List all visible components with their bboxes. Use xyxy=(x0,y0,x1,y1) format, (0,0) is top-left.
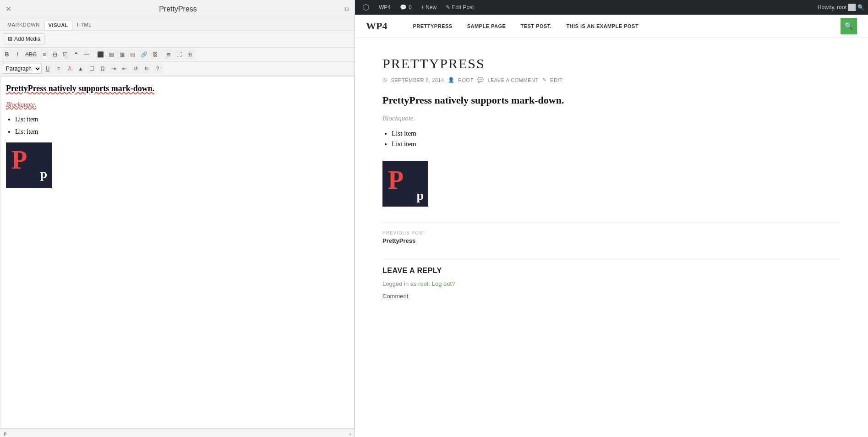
nav-search-button[interactable]: 🔍 xyxy=(841,18,857,34)
toolbar-row1: B I ABC ≡ ⊟ ☑ ❝ — ⬛ ▦ ▥ ▤ 🔗 ⛓ ≣ ⛶ ⊞ xyxy=(0,48,355,62)
logged-in-text: Logged in as root. Log out? xyxy=(382,280,841,287)
close-icon[interactable]: ✕ xyxy=(5,5,11,13)
strikethrough-button[interactable]: ABC xyxy=(23,49,39,60)
justify-button[interactable]: ▤ xyxy=(128,49,138,60)
comment-icon: 💬 xyxy=(400,4,407,11)
align-right-button[interactable]: ▥ xyxy=(117,49,127,60)
leave-comment-link[interactable]: LEAVE A COMMENT xyxy=(487,77,538,83)
justify-full-button[interactable]: ≡ xyxy=(54,63,64,74)
post-list: List item List item xyxy=(392,130,841,148)
edit-post-link[interactable]: EDIT xyxy=(550,77,562,83)
editor-tabs: MARKDOWN VISUAL HTML xyxy=(0,18,355,31)
hr-button[interactable]: — xyxy=(82,49,92,60)
unlink-button[interactable]: ⛓ xyxy=(150,49,160,60)
blockquote-button[interactable]: ❝ xyxy=(71,49,81,60)
special-char-button[interactable]: Ω xyxy=(98,63,108,74)
admin-edit-post[interactable]: ✎ Edit Post xyxy=(442,2,477,12)
username-link[interactable]: root xyxy=(418,280,428,287)
admin-new[interactable]: + New xyxy=(417,2,440,12)
fullscreen-button[interactable]: ⛶ xyxy=(174,49,184,60)
editor-heading: PrettyPress natively supports mark-down. xyxy=(6,82,349,95)
tab-visual[interactable]: VISUAL xyxy=(44,20,72,30)
author-icon: 👤 xyxy=(448,77,455,83)
wp-admin-bar: ⬡ WP4 💬 0 + New ✎ Edit Post Howdy, root … xyxy=(355,0,868,15)
editor-list: List item List item xyxy=(15,115,349,137)
ordered-list-button[interactable]: ⊟ xyxy=(50,49,60,60)
redo-button[interactable]: ↻ xyxy=(142,63,152,74)
nav-link-prettypress[interactable]: PRETTYPRESS xyxy=(405,23,459,29)
underline-button[interactable]: U xyxy=(43,63,53,74)
preview-pp-small: p xyxy=(416,188,424,203)
editor-blockquote: Blockquote. xyxy=(6,100,349,110)
toolbar-separator-2 xyxy=(162,50,162,59)
post-date: SEPTEMBER 8, 2014 xyxy=(391,77,444,83)
nav-link-sample[interactable]: SAMPLE PAGE xyxy=(460,23,513,29)
italic-button[interactable]: I xyxy=(12,49,22,60)
insert-button[interactable]: ≣ xyxy=(164,49,174,60)
paste-text-button[interactable]: ☐ xyxy=(87,63,97,74)
comment-icon-meta: 💬 xyxy=(477,77,484,83)
toolbar-row2: Paragraph U ≡ A ▲ ☐ Ω ⇥ ⇤ ↺ ↻ ? xyxy=(0,62,355,76)
undo-button[interactable]: ↺ xyxy=(131,63,141,74)
expand-icon[interactable]: ⧉ xyxy=(344,5,349,13)
tab-html[interactable]: HTML xyxy=(73,20,95,30)
task-list-button[interactable]: ☑ xyxy=(60,49,71,60)
pp-logo-small-p: p xyxy=(40,164,47,185)
wordpress-icon: ⬡ xyxy=(362,2,370,12)
logout-link[interactable]: Log out? xyxy=(432,280,455,287)
previous-post-link[interactable]: PrettyPress xyxy=(382,237,415,244)
indent-button[interactable]: ⇥ xyxy=(109,63,119,74)
format-select[interactable]: Paragraph xyxy=(2,64,42,74)
pp-logo-big-p: P xyxy=(11,147,27,173)
admin-site-label: WP4 xyxy=(379,4,391,11)
editor-pp-logo: P p xyxy=(6,142,52,188)
search-icon[interactable]: 🔍 xyxy=(857,4,864,11)
comment-label: Comment xyxy=(382,293,408,300)
align-center-button[interactable]: ▦ xyxy=(107,49,117,60)
editor-panel: ✕ PrettyPress ⧉ MARKDOWN VISUAL HTML ⊞ A… xyxy=(0,0,355,437)
admin-comments[interactable]: 💬 0 xyxy=(396,2,415,12)
admin-bar-right: Howdy, root 🔍 xyxy=(818,4,864,11)
preview-pp-big: P xyxy=(388,165,404,195)
status-tag: p xyxy=(4,431,6,436)
user-avatar xyxy=(848,4,856,11)
outdent-button[interactable]: ⇤ xyxy=(120,63,130,74)
resize-handle[interactable]: ⌟ xyxy=(349,430,351,436)
link-button[interactable]: 🔗 xyxy=(138,49,150,60)
help-button[interactable]: ? xyxy=(153,63,163,74)
comment-count: 0 xyxy=(409,4,412,11)
list-item-1: List item xyxy=(15,115,349,125)
bold-button[interactable]: B xyxy=(2,49,12,60)
paste-button[interactable]: ▲ xyxy=(76,63,86,74)
align-left-button[interactable]: ⬛ xyxy=(95,49,106,60)
nav-links: PRETTYPRESS SAMPLE PAGE TEST POST. THIS … xyxy=(405,23,646,29)
tab-markdown[interactable]: MARKDOWN xyxy=(4,20,44,30)
post-list-item-1: List item xyxy=(392,130,841,137)
post-title: PRETTYPRESS xyxy=(382,56,841,71)
toolbar-separator-1 xyxy=(93,50,93,59)
unordered-list-button[interactable]: ≡ xyxy=(39,49,49,60)
admin-site-name[interactable]: WP4 xyxy=(375,2,394,12)
list-item-2: List item xyxy=(15,127,349,137)
post-author[interactable]: ROOT xyxy=(458,77,474,83)
date-icon: ◷ xyxy=(382,77,388,83)
post-body-heading: PrettyPress natively supports mark-down. xyxy=(382,94,841,107)
editor-content-area[interactable]: PrettyPress natively supports mark-down.… xyxy=(0,76,355,429)
add-media-button[interactable]: ⊞ Add Media xyxy=(4,33,44,44)
editor-title: PrettyPress xyxy=(159,5,197,13)
add-media-icon: ⊞ xyxy=(8,36,12,42)
text-color-button[interactable]: A xyxy=(65,63,75,74)
site-title[interactable]: WP4 xyxy=(366,20,387,32)
search-icon: 🔍 xyxy=(844,22,853,30)
nav-link-example[interactable]: THIS IS AN EXAMPLE POST xyxy=(559,23,646,29)
post-blockquote: Blockquote. xyxy=(382,115,841,122)
add-media-label: Add Media xyxy=(14,36,40,42)
nav-link-test[interactable]: TEST POST. xyxy=(513,23,559,29)
admin-wp-logo[interactable]: ⬡ xyxy=(359,0,373,14)
post-list-item-2: List item xyxy=(392,140,841,148)
table-button[interactable]: ⊞ xyxy=(185,49,195,60)
post-divider-1 xyxy=(382,223,841,223)
post-divider-2 xyxy=(382,259,841,259)
leave-reply-heading: LEAVE A REPLY xyxy=(382,267,841,275)
post-nav-section: PREVIOUS POST PrettyPress xyxy=(382,230,841,244)
